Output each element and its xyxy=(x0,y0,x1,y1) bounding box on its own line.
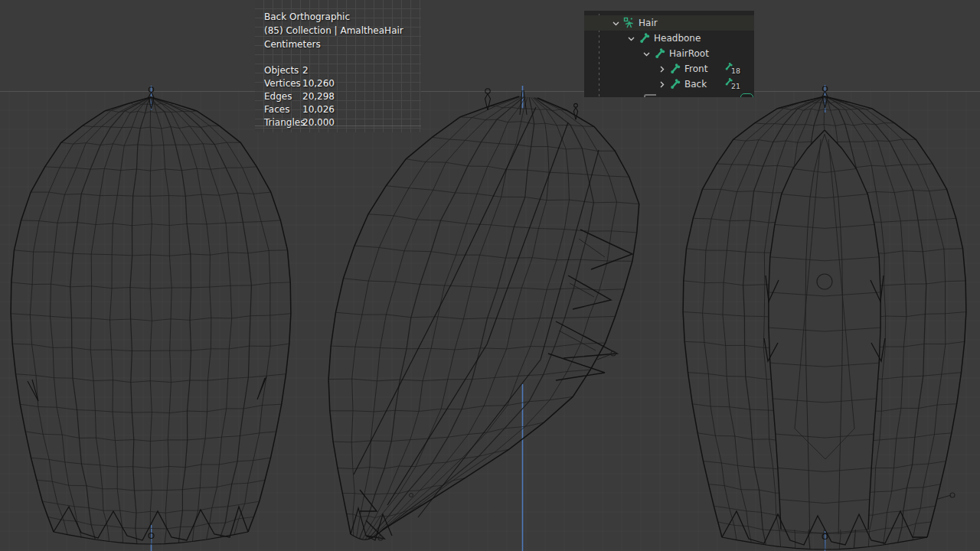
chevron-down-icon[interactable] xyxy=(611,18,621,28)
stat-edges: Edges 20,298 xyxy=(255,90,421,103)
outliner-item-headbone[interactable]: Headbone xyxy=(584,31,754,46)
outliner-item-label: Front xyxy=(684,64,707,74)
outliner-item-label: Back xyxy=(684,79,707,90)
stat-vertices: Vertices 10,260 xyxy=(255,77,421,90)
grid-horizon-line xyxy=(255,126,421,126)
chevron-right-icon[interactable] xyxy=(657,64,667,74)
child-count-value: 21 xyxy=(731,82,740,90)
stat-triangles: Triangles 20,000 xyxy=(255,116,421,129)
child-count-badge: 21 xyxy=(724,77,750,91)
chevron-right-icon[interactable] xyxy=(657,80,667,90)
outliner-item-label: Headbone xyxy=(654,33,701,44)
armature-icon xyxy=(623,17,635,29)
bone-icon xyxy=(669,78,681,90)
viewport-3d-canvas[interactable] xyxy=(0,0,980,551)
child-count-badge: 18 xyxy=(724,62,750,76)
bone-icon xyxy=(639,32,651,44)
chevron-down-icon[interactable] xyxy=(642,49,652,59)
outliner-item-front[interactable]: Front 18 xyxy=(584,61,754,77)
outliner-item-label: HairRoot xyxy=(669,48,709,59)
outliner-panel: Hair Headbone xyxy=(584,11,754,97)
units-label: Centimeters xyxy=(255,37,421,51)
stat-objects: Objects 2 xyxy=(255,64,421,77)
child-count-value: 18 xyxy=(731,67,740,75)
bone-icon xyxy=(654,47,666,60)
stat-faces: Faces 10,026 xyxy=(255,103,421,116)
chevron-down-icon[interactable] xyxy=(626,34,636,44)
outliner-item-hairroot[interactable]: HairRoot xyxy=(584,46,754,61)
bone-icon xyxy=(669,63,681,75)
clipped-icon xyxy=(644,94,656,97)
outliner-item-label: Hair xyxy=(639,18,658,28)
clipped-restrict-toggle-icon xyxy=(740,93,753,97)
outliner-item-hair[interactable]: Hair xyxy=(584,15,754,31)
blender-window: Back Orthographic (85) Collection | Amal… xyxy=(0,0,980,551)
viewport-stats-overlay: Back Orthographic (85) Collection | Amal… xyxy=(255,0,421,132)
view-name-label: Back Orthographic xyxy=(255,10,421,24)
collection-label: (85) Collection | AmaltheaHair xyxy=(255,24,421,37)
scene-statistics: Objects 2 Vertices 10,260 Edges 20,298 F… xyxy=(255,64,421,129)
outliner-item-back[interactable]: Back 21 xyxy=(584,77,754,92)
